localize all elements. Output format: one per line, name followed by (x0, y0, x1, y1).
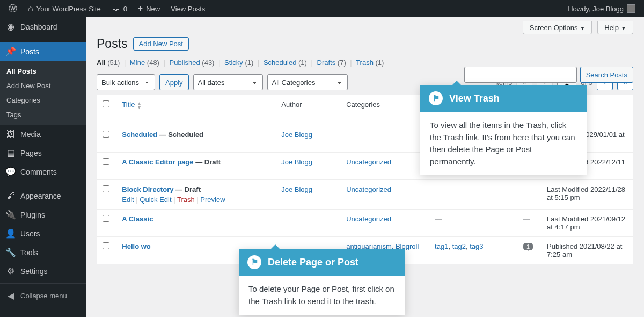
author-link[interactable]: Joe Blogg (281, 131, 312, 139)
sidebar-item-users[interactable]: 👤Users (0, 224, 86, 243)
submenu-tags[interactable]: Tags (0, 107, 86, 122)
search-input[interactable] (464, 67, 577, 83)
comments-icon: 💬 (5, 167, 16, 177)
filter-drafts[interactable]: Drafts (317, 59, 336, 67)
select-all-checkbox[interactable] (103, 100, 109, 107)
new-link[interactable]: +New (134, 0, 164, 17)
view-posts-link[interactable]: View Posts (166, 0, 209, 17)
avatar (627, 4, 635, 13)
howdy-text: Howdy, Joe Blogg (568, 5, 624, 13)
col-author: Author (276, 95, 341, 125)
date-cell: Last Modified 2021/09/12 at 4:17 pm (541, 209, 633, 236)
sidebar-item-appearance[interactable]: 🖌Appearance (0, 187, 86, 205)
chevron-down-icon: ▼ (621, 25, 626, 31)
pin-icon: 📌 (5, 46, 16, 56)
appearance-icon: 🖌 (5, 191, 16, 201)
plugin-icon: 🔌 (5, 210, 16, 220)
wordpress-icon: ⓦ (9, 4, 17, 13)
plus-icon: + (138, 4, 143, 13)
post-title-link[interactable]: A Classic (122, 215, 153, 223)
category-link[interactable]: Uncategorized (346, 185, 391, 193)
filter-published[interactable]: Published (170, 59, 200, 67)
row-checkbox[interactable] (103, 185, 109, 192)
filter-all[interactable]: All (97, 59, 106, 67)
tag-link[interactable]: tag1 (435, 242, 448, 250)
my-account[interactable]: Howdy, Joe Blogg (564, 0, 640, 17)
row-checkbox[interactable] (103, 131, 109, 138)
admin-sidebar: ◉Dashboard 📌Posts All Posts Add New Post… (0, 17, 86, 317)
table-row: Block Directory — DraftEdit | Quick Edit… (97, 179, 633, 209)
collapse-menu[interactable]: ◀Collapse menu (0, 286, 86, 305)
dates-select[interactable]: All dates (193, 74, 263, 90)
date-cell: Last Modified 2022/11/28 at 5:15 pm (541, 179, 633, 209)
col-categories: Categories (341, 95, 429, 125)
status-filters: All (51) | Mine (48) | Published (43) | … (97, 59, 633, 67)
col-title-sort[interactable]: Title▲▼ (122, 100, 142, 109)
flag-icon: ⚑ (429, 91, 443, 105)
chevron-down-icon: ▼ (580, 25, 585, 31)
collapse-icon: ◀ (5, 291, 16, 301)
filter-sticky[interactable]: Sticky (224, 59, 243, 67)
apply-button[interactable]: Apply (159, 74, 189, 90)
category-link[interactable]: Uncategorized (346, 215, 391, 223)
trash-link[interactable]: Trash (177, 196, 195, 204)
tools-icon: 🔧 (5, 247, 16, 257)
help-button[interactable]: Help▼ (597, 21, 633, 34)
bulk-actions-select[interactable]: Bulk actions (97, 74, 155, 90)
site-link[interactable]: ⌂Your WordPress Site (24, 0, 105, 17)
sort-icon: ▲▼ (136, 102, 142, 109)
author-link[interactable]: Joe Blogg (281, 158, 312, 166)
tag-link[interactable]: tag2 (452, 242, 466, 250)
sidebar-item-tools[interactable]: 🔧Tools (0, 243, 86, 262)
pages-icon: ▤ (5, 148, 16, 158)
sidebar-item-dashboard[interactable]: ◉Dashboard (0, 17, 86, 36)
filter-scheduled[interactable]: Scheduled (264, 59, 296, 67)
row-checkbox[interactable] (103, 215, 109, 222)
post-title-link[interactable]: Block Directory (122, 185, 173, 193)
search-button[interactable]: Search Posts (580, 67, 633, 83)
post-title-link[interactable]: Hello wo (122, 242, 150, 250)
sidebar-item-comments[interactable]: 💬Comments (0, 162, 86, 181)
row-checkbox[interactable] (103, 158, 109, 165)
post-title-link[interactable]: Scheduled (122, 131, 157, 139)
add-new-button[interactable]: Add New Post (133, 37, 189, 51)
row-actions: Edit | Quick Edit | Trash | Preview (122, 196, 270, 204)
filter-mine[interactable]: Mine (130, 59, 145, 67)
post-title-link[interactable]: A Classic Editor page (122, 158, 193, 166)
media-icon: 🖼 (5, 129, 16, 139)
sidebar-item-plugins[interactable]: 🔌Plugins (0, 205, 86, 224)
wp-logo[interactable]: ⓦ (4, 0, 21, 17)
screen-options-button[interactable]: Screen Options▼ (523, 21, 592, 34)
sidebar-item-settings[interactable]: ⚙Settings (0, 262, 86, 280)
quick-edit-link[interactable]: Quick Edit (140, 196, 171, 204)
sidebar-item-posts[interactable]: 📌Posts (0, 42, 86, 61)
edit-link[interactable]: Edit (122, 196, 134, 204)
comment-count-badge[interactable]: 1 (523, 243, 533, 250)
sidebar-item-pages[interactable]: ▤Pages (0, 143, 86, 162)
tip-body: To delete your Page or Post, first click… (239, 276, 405, 315)
settings-icon: ⚙ (5, 266, 16, 276)
posts-submenu: All Posts Add New Post Categories Tags (0, 61, 86, 125)
author-link[interactable]: Joe Blogg (281, 185, 312, 193)
tag-link[interactable]: tag3 (470, 242, 483, 250)
submenu-categories[interactable]: Categories (0, 93, 86, 107)
tip-title: Delete Page or Post (268, 257, 358, 268)
category-link[interactable]: Uncategorized (346, 158, 391, 166)
sidebar-item-media[interactable]: 🖼Media (0, 125, 86, 143)
dashboard-icon: ◉ (5, 21, 16, 32)
preview-link[interactable]: Preview (200, 196, 225, 204)
filter-trash[interactable]: Trash (356, 59, 374, 67)
categories-select[interactable]: All Categories (267, 74, 348, 90)
submenu-add-new[interactable]: Add New Post (0, 78, 86, 93)
comments-count: 0 (123, 5, 127, 13)
flag-icon: ⚑ (247, 255, 261, 269)
submenu-all-posts[interactable]: All Posts (0, 64, 86, 78)
tip-view-trash: ⚑View Trash To view all the items in the… (420, 85, 587, 175)
row-checkbox[interactable] (103, 242, 109, 249)
tip-delete-post: ⚑Delete Page or Post To delete your Page… (239, 249, 405, 315)
comment-icon: 🗨 (112, 4, 120, 13)
admin-bar: ⓦ ⌂Your WordPress Site 🗨0 +New View Post… (0, 0, 644, 17)
comments-link[interactable]: 🗨0 (107, 0, 131, 17)
table-row: A ClassicUncategorized——Last Modified 20… (97, 209, 633, 236)
tip-title: View Trash (449, 93, 500, 104)
